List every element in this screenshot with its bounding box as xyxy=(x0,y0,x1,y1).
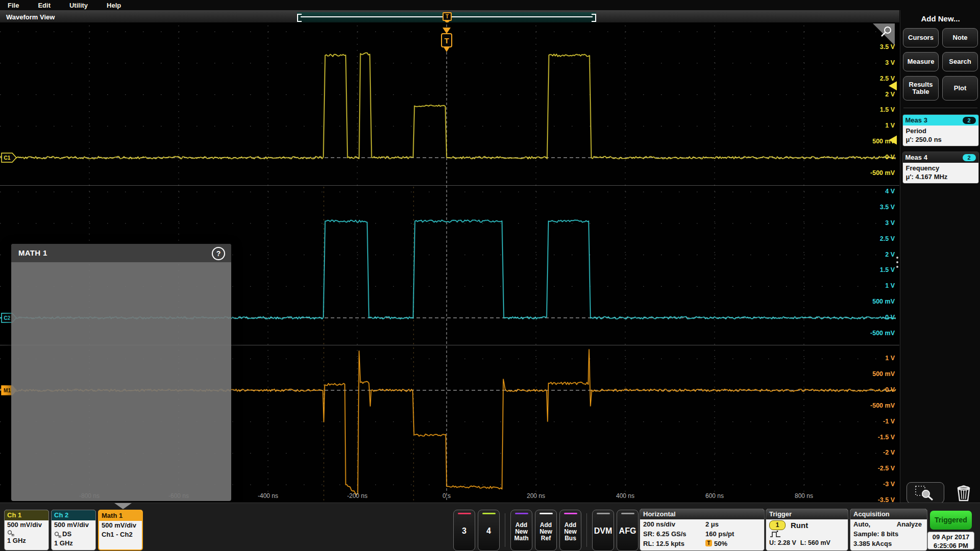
button-color-stripe xyxy=(482,513,496,514)
measurement-type: Frequency xyxy=(906,164,975,172)
probe-icon xyxy=(7,530,14,536)
channel-badge-header: Math 1 xyxy=(99,511,142,521)
x-axis-tick: -200 ns xyxy=(339,492,375,499)
menu-item-help[interactable]: Help xyxy=(107,2,121,9)
y-axis-tick-ch1: 0 V xyxy=(857,154,895,161)
button-label: AFG xyxy=(617,528,638,534)
trigger-level-arrow[interactable] xyxy=(889,81,897,90)
measurement-count-badge: 2 xyxy=(963,117,976,124)
measurement-count-badge: 2 xyxy=(963,154,976,161)
trigger-type: Runt xyxy=(791,520,808,530)
channel-badge-line xyxy=(5,530,48,536)
button-3[interactable]: 3 xyxy=(453,510,475,551)
x-axis-tick: 200 ns xyxy=(518,492,554,499)
y-axis-tick-math: -1 V xyxy=(857,418,895,425)
measurement-name: Meas 3 xyxy=(905,116,927,124)
y-axis-tick-ch1: 2 V xyxy=(857,91,895,98)
panel-divider-grip[interactable] xyxy=(895,254,899,270)
dialog-header[interactable]: MATH 1 ? xyxy=(11,244,231,262)
zoom-tool-button[interactable] xyxy=(906,482,944,504)
dialog-callout-pointer xyxy=(114,503,132,509)
ch1-trace-glow xyxy=(0,53,896,159)
horizontal-row: 200 ns/div2 μs xyxy=(640,519,764,529)
button-color-stripe xyxy=(540,513,553,514)
trigger-lower-level: L: 560 mV xyxy=(800,538,830,548)
button-afg[interactable]: AFG xyxy=(617,510,639,551)
measurement-badge[interactable]: Meas 42Frequencyμ': 4.167 MHz xyxy=(902,152,979,184)
channel-badge-ch2[interactable]: Ch 2500 mV/divDS1 GHz xyxy=(51,510,96,550)
button-dvm[interactable]: DVM xyxy=(592,510,614,551)
measurement-value: μ': 4.167 MHz xyxy=(906,172,975,181)
trigger-marker-arrow xyxy=(443,28,451,34)
y-axis-tick-math: -3 V xyxy=(857,481,895,488)
add-new-measure-button[interactable]: Measure xyxy=(903,52,939,71)
date-text: 09 Apr 2017 xyxy=(933,533,970,541)
button-add-new-math[interactable]: Add New Math xyxy=(510,510,532,551)
measurement-value: μ': 250.0 ns xyxy=(906,135,975,144)
math1-config-dialog: MATH 1 ? Display On Vertical Scale 500 m… xyxy=(11,244,231,501)
x-axis-tick: 800 ns xyxy=(786,492,822,499)
add-new-search-button[interactable]: Search xyxy=(942,52,978,71)
y-axis-tick-ch2: -500 mV xyxy=(857,330,895,337)
channel-badge-line: 500 mV/div xyxy=(99,521,142,530)
trigger-position-marker-top[interactable]: T xyxy=(443,12,451,22)
y-axis-tick-ch2: 2 V xyxy=(857,251,895,258)
acquisition-panel[interactable]: Acquisition Auto, Analyze Sample: 8 bits… xyxy=(850,509,927,551)
y-axis-tick-math: -1.5 V xyxy=(857,434,895,441)
delete-trash-icon[interactable] xyxy=(955,483,972,503)
measurement-body: Periodμ': 250.0 ns xyxy=(903,126,978,146)
add-new-cursors-button[interactable]: Cursors xyxy=(903,28,939,47)
acq-mode: Auto, xyxy=(853,519,870,529)
measurement-badge[interactable]: Meas 32Periodμ': 250.0 ns xyxy=(902,114,979,146)
time-text: 6:25:06 PM xyxy=(934,542,968,549)
button-color-stripe xyxy=(458,513,471,514)
add-new-note-button[interactable]: Note xyxy=(942,28,978,47)
scope-button-row: 34Add New MathAdd New RefAdd New BusDVMA… xyxy=(453,510,639,550)
y-axis-tick-ch1: 1 V xyxy=(857,122,895,129)
measurement-name: Meas 4 xyxy=(905,154,927,161)
horizontal-overview-bar[interactable]: T xyxy=(297,12,596,22)
horizontal-panel[interactable]: Horizontal 200 ns/div2 μsSR: 6.25 GS/s16… xyxy=(640,509,765,551)
add-new-results-table-button[interactable]: Results Table xyxy=(903,76,939,101)
y-axis-tick-ch2: 4 V xyxy=(857,188,895,195)
y-axis-tick-ch2: 1.5 V xyxy=(857,266,895,273)
menu-item-edit[interactable]: Edit xyxy=(38,2,51,9)
channel-handle-label: M1 xyxy=(4,388,11,393)
help-icon[interactable]: ? xyxy=(212,247,225,260)
horizontal-value: 50% xyxy=(714,539,727,548)
button-4[interactable]: 4 xyxy=(478,510,500,551)
menu-item-utility[interactable]: Utility xyxy=(69,2,88,9)
ch1-trace[interactable] xyxy=(0,53,896,159)
y-axis-tick-ch2: 500 mV xyxy=(857,298,895,305)
y-axis-tick-math: -2.5 V xyxy=(857,465,895,472)
y-axis-tick-ch2: 3 V xyxy=(857,219,895,227)
channel-badge-line: Ch1 - Ch2 xyxy=(99,530,142,539)
acq-analyze: Analyze xyxy=(897,519,922,529)
channel-badge-header: Ch 1 xyxy=(5,510,48,520)
button-label: DVM xyxy=(593,528,614,534)
button-label: 3 xyxy=(454,528,475,534)
trigger-panel[interactable]: Trigger 1 Runt U: 2.28 V L: 560 mV xyxy=(766,509,848,551)
horizontal-row: SR: 6.25 GS/s160 ps/pt xyxy=(640,529,764,539)
menu-item-file[interactable]: File xyxy=(8,2,19,9)
y-axis-tick-math: -500 mV xyxy=(857,402,895,409)
bottom-settings-bar: Ch 1500 mV/div1 GHzCh 2500 mV/divDS1 GHz… xyxy=(0,503,980,551)
y-axis-tick-ch1: -500 mV xyxy=(857,169,895,177)
sidebar-separator xyxy=(903,108,977,108)
add-new-plot-button[interactable]: Plot xyxy=(942,76,978,101)
y-axis-tick-math: 0 V xyxy=(857,386,895,393)
y-axis-tick-ch2: 2.5 V xyxy=(857,235,895,242)
channel-badge-math1[interactable]: Math 1500 mV/divCh1 - Ch2 xyxy=(98,510,143,550)
y-axis-tick-ch1: 3 V xyxy=(857,59,895,66)
right-sidebar: Add New... CursorsNoteMeasureSearchResul… xyxy=(900,10,980,508)
channel-badge-ch1[interactable]: Ch 1500 mV/div1 GHz xyxy=(4,510,49,550)
x-axis-tick: 0 s xyxy=(429,492,464,499)
runt-pulse-icon xyxy=(766,530,848,538)
trigger-source-badge: 1 xyxy=(769,520,786,530)
measurement-body: Frequencyμ': 4.167 MHz xyxy=(903,163,978,183)
button-add-new-bus[interactable]: Add New Bus xyxy=(559,510,581,551)
button-add-new-ref[interactable]: Add New Ref xyxy=(535,510,557,551)
y-axis-tick-math: -2 V xyxy=(857,449,895,456)
channel-badge-line: 500 mV/div xyxy=(52,520,95,530)
trigger-upper-level: U: 2.28 V xyxy=(769,538,796,548)
